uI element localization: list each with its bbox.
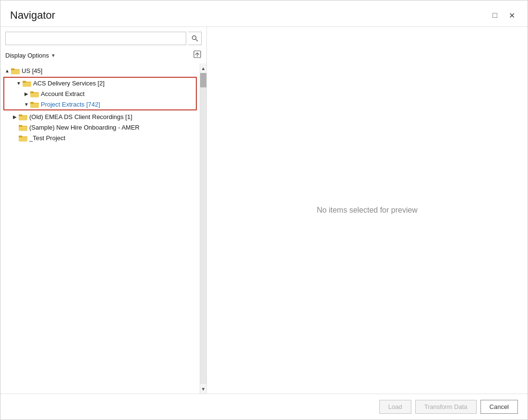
display-options-button[interactable]: Display Options ▼ (5, 52, 56, 59)
folder-icon-account (30, 90, 39, 97)
svg-rect-15 (30, 92, 34, 94)
window-controls: □ ✕ (490, 10, 518, 21)
minimize-button[interactable]: □ (490, 10, 500, 21)
navigator-dialog: Navigator □ ✕ Display Option (0, 0, 528, 420)
toggle-icon-project: ▼ (23, 100, 30, 108)
svg-rect-19 (30, 102, 34, 104)
folder-icon-us (11, 67, 20, 74)
svg-rect-31 (19, 136, 22, 138)
dialog-title: Navigator (10, 9, 55, 22)
search-icon[interactable] (188, 32, 202, 45)
load-button[interactable]: Load (379, 400, 411, 414)
export-button[interactable] (193, 50, 202, 60)
preview-empty-message: No items selected for preview (317, 206, 418, 215)
tree-label-sample: (Sample) New Hire Onboarding - AMER (29, 124, 140, 131)
toggle-icon-old-emea: ▶ (11, 113, 19, 120)
content-area: Display Options ▼ ▲ (0, 26, 528, 394)
left-panel: Display Options ▼ ▲ (0, 27, 207, 394)
svg-rect-11 (23, 81, 26, 83)
tree-item-test[interactable]: ▶ _Test Project (0, 132, 200, 143)
svg-rect-6 (11, 70, 20, 74)
tree-label-project: Project Extracts [742] (41, 101, 100, 108)
svg-rect-30 (19, 137, 27, 141)
svg-rect-26 (19, 127, 27, 131)
display-options-chevron-icon: ▼ (51, 53, 56, 58)
search-bar (0, 27, 206, 48)
toolbar-row: Display Options ▼ (0, 48, 206, 63)
tree-item-us[interactable]: ▲ US [45] (0, 65, 200, 76)
tree-scroll-area: ▲ US [45] ▼ (0, 63, 206, 394)
svg-rect-27 (19, 125, 22, 127)
toggle-icon-account: ▶ (23, 90, 30, 97)
tree-item-account[interactable]: ▶ Account Extract (4, 88, 196, 99)
tree-label-test: _Test Project (29, 134, 65, 142)
tree-label-account: Account Extract (41, 90, 84, 97)
tree-item-sample[interactable]: ▶ (Sample) New Hire Onboarding - AMER (0, 122, 200, 132)
tree-label-acs: ACS Delivery Services [2] (33, 80, 105, 87)
scroll-up-button[interactable]: ▲ (200, 63, 207, 73)
transform-data-button[interactable]: Transform Data (415, 400, 477, 414)
folder-icon-acs (23, 79, 31, 87)
svg-rect-14 (30, 93, 39, 97)
folder-icon-test (19, 134, 27, 142)
footer: Load Transform Data Cancel (0, 394, 528, 420)
folder-icon-project (30, 100, 39, 108)
svg-point-0 (192, 36, 196, 40)
svg-rect-10 (23, 83, 31, 86)
tree-item-acs[interactable]: ▼ ACS Delivery Services [2] (4, 78, 196, 88)
svg-rect-18 (30, 104, 39, 108)
toggle-icon-us: ▲ (3, 67, 11, 74)
scroll-thumb-area (200, 73, 206, 384)
svg-rect-22 (19, 116, 27, 120)
highlighted-group: ▼ ACS Delivery Services [2] ▶ (3, 77, 197, 110)
folder-icon-old-emea (19, 113, 27, 120)
tree-label-old-emea: (Old) EMEA DS Client Recordings [1] (29, 113, 132, 120)
svg-rect-23 (19, 115, 22, 117)
title-bar: Navigator □ ✕ (0, 0, 528, 26)
right-panel: No items selected for preview (207, 27, 528, 394)
close-button[interactable]: ✕ (506, 10, 518, 21)
toggle-icon-acs: ▼ (15, 79, 23, 87)
svg-line-1 (195, 39, 198, 42)
scroll-down-button[interactable]: ▼ (200, 384, 207, 394)
search-input[interactable] (5, 32, 186, 45)
scroll-thumb[interactable] (200, 73, 206, 87)
tree-container: ▲ US [45] ▼ (0, 63, 200, 394)
folder-icon-sample (19, 123, 27, 131)
svg-rect-7 (11, 69, 14, 71)
display-options-label: Display Options (5, 52, 49, 59)
tree-scrollbar: ▲ ▼ (200, 63, 206, 394)
tree-label-us: US [45] (22, 67, 42, 74)
cancel-button[interactable]: Cancel (480, 400, 518, 414)
tree-item-old-emea[interactable]: ▶ (Old) EMEA DS Client Recordings [1] (0, 111, 200, 122)
tree-item-project[interactable]: ▼ Project Extracts [742] (4, 99, 196, 109)
